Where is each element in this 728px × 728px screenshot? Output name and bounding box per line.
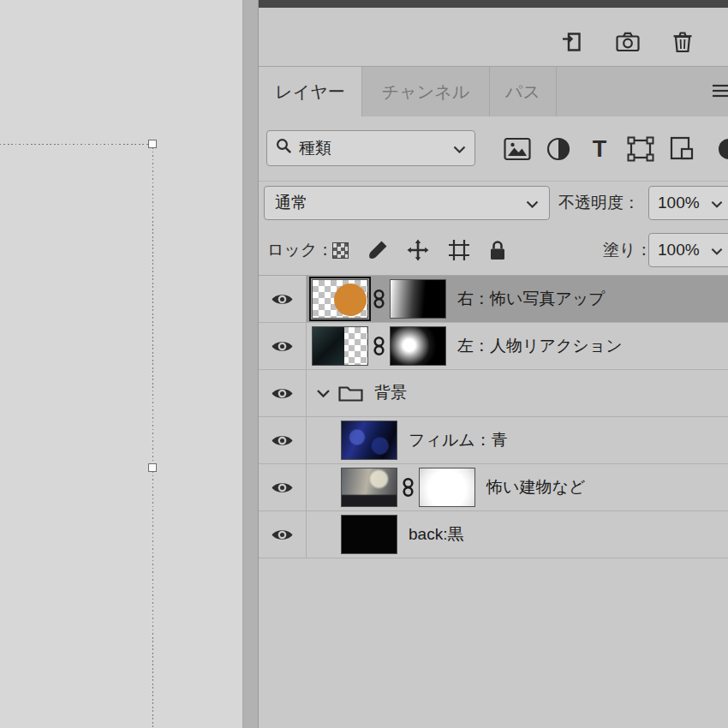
pixel-layer-filter-icon[interactable] (503, 134, 532, 164)
mask-link-icon[interactable] (373, 336, 385, 357)
lock-image-pixels-icon[interactable] (367, 240, 388, 260)
adjustment-layer-filter-icon[interactable] (544, 134, 573, 164)
blend-mode-value: 通常 (275, 192, 307, 214)
filter-type-buttons: T (503, 132, 728, 166)
delete-trash-icon[interactable] (672, 31, 693, 53)
panel-menu-icon[interactable] (713, 84, 728, 99)
tab-layers[interactable]: レイヤー (259, 67, 362, 116)
blend-mode-row: 通常 不透明度： 100% (259, 182, 728, 224)
lock-position-icon[interactable] (407, 239, 429, 261)
layer-row-scary-buildings[interactable]: 怖い建物など (259, 464, 728, 511)
layer-row-right-scary-photo[interactable]: 右：怖い写真アップ (259, 276, 728, 323)
group-expand-chevron-icon[interactable] (316, 389, 331, 398)
layer-thumbnail[interactable] (341, 421, 397, 460)
group-name: 背景 (374, 382, 407, 404)
chevron-down-icon (453, 139, 466, 158)
chevron-down-icon (711, 194, 723, 212)
opacity-dropdown[interactable]: 100% (648, 186, 728, 220)
smart-object-filter-icon[interactable] (667, 134, 696, 164)
panel-tab-bar: レイヤー チャンネル パス (259, 67, 728, 116)
selection-border-horizontal (0, 144, 153, 145)
layers-list: 右：怖い写真アップ 左：人物リアクション (259, 276, 728, 728)
shape-layer-filter-icon[interactable] (626, 134, 655, 164)
opacity-value: 100% (658, 194, 700, 212)
type-layer-filter-icon[interactable]: T (585, 134, 614, 164)
visibility-toggle[interactable] (259, 417, 307, 463)
layer-thumbnail[interactable] (312, 279, 368, 319)
lock-transparent-pixels-icon[interactable] (332, 242, 349, 259)
transform-handle-corner[interactable] (148, 140, 157, 148)
folder-icon (338, 384, 363, 403)
chevron-down-icon (526, 194, 539, 212)
layer-mask-thumbnail[interactable] (419, 468, 475, 507)
blend-mode-dropdown[interactable]: 通常 (264, 186, 550, 220)
opacity-label: 不透明度： (558, 186, 640, 220)
panel-gutter (242, 0, 259, 728)
layer-group-row-background[interactable]: 背景 (259, 370, 728, 417)
history-panel-toolbar (259, 8, 728, 67)
lock-artboard-icon[interactable] (448, 239, 470, 261)
tab-paths[interactable]: パス (490, 67, 557, 116)
layer-row-left-reaction[interactable]: 左：人物リアクション (259, 323, 728, 370)
lock-row: ロック： 塗り： 100% (259, 224, 728, 276)
clipped-filter-icon[interactable] (708, 134, 728, 164)
lock-all-icon[interactable] (489, 240, 506, 261)
layer-name: 右：怖い写真アップ (457, 288, 606, 310)
mask-link-icon[interactable] (373, 289, 385, 310)
layer-name: フィルム：青 (409, 429, 508, 451)
layer-filter-row: 種類 T (259, 116, 728, 182)
layer-name: back:黒 (409, 523, 463, 546)
visibility-toggle[interactable] (259, 323, 307, 369)
search-icon (276, 138, 292, 158)
visibility-toggle[interactable] (259, 276, 307, 322)
lock-buttons (332, 236, 506, 264)
layer-mask-thumbnail[interactable] (390, 326, 446, 366)
visibility-toggle[interactable] (259, 370, 307, 416)
fill-value: 100% (658, 241, 700, 260)
fill-dropdown[interactable]: 100% (648, 233, 728, 267)
filter-kind-dropdown[interactable]: 種類 (266, 130, 475, 166)
layer-thumbnail[interactable] (312, 326, 368, 366)
fill-label: 塗り： (603, 233, 652, 267)
visibility-toggle[interactable] (259, 511, 307, 558)
chevron-down-icon (711, 241, 723, 260)
new-document-from-state-icon[interactable] (561, 31, 583, 53)
panel-top-divider (259, 0, 728, 8)
tab-channels[interactable]: チャンネル (362, 67, 490, 116)
visibility-toggle[interactable] (259, 464, 307, 510)
document-canvas[interactable] (0, 0, 242, 728)
layer-name: 左：人物リアクション (457, 335, 623, 357)
layer-name: 怖い建物など (486, 476, 585, 498)
layer-row-film-blue[interactable]: フィルム：青 (259, 417, 728, 464)
selection-border-vertical (152, 144, 153, 728)
new-snapshot-camera-icon[interactable] (616, 32, 640, 52)
layer-mask-thumbnail[interactable] (390, 279, 446, 319)
layer-thumbnail[interactable] (341, 468, 397, 507)
lock-label: ロック： (267, 233, 333, 267)
filter-kind-label: 種類 (299, 137, 331, 159)
layers-panel: レイヤー チャンネル パス 種類 T (258, 0, 728, 728)
transform-handle-mid[interactable] (148, 463, 157, 472)
layer-row-back-black[interactable]: back:黒 (259, 511, 728, 558)
layer-thumbnail[interactable] (341, 515, 397, 554)
mask-link-icon[interactable] (402, 477, 415, 498)
